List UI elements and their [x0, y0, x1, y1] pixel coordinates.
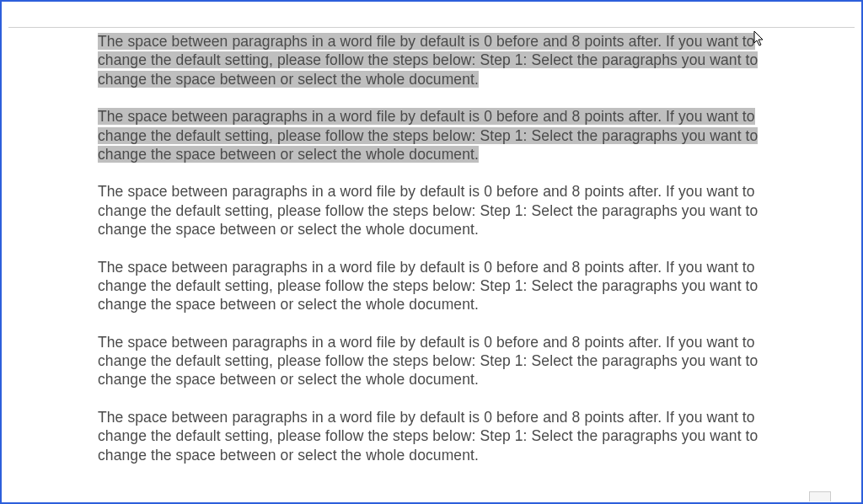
paragraph-text: The space between paragraphs in a word f… — [98, 259, 758, 314]
document-page[interactable]: The space between paragraphs in a word f… — [0, 0, 863, 504]
page-margin-line — [8, 27, 855, 28]
paragraph-4[interactable]: The space between paragraphs in a word f… — [98, 258, 765, 314]
paragraph-text: The space between paragraphs in a word f… — [98, 108, 758, 163]
cursor-icon — [753, 30, 765, 47]
paragraph-5[interactable]: The space between paragraphs in a word f… — [98, 333, 765, 389]
paragraph-6[interactable]: The space between paragraphs in a word f… — [98, 408, 765, 464]
paragraph-text: The space between paragraphs in a word f… — [98, 409, 758, 464]
document-content[interactable]: The space between paragraphs in a word f… — [2, 2, 861, 464]
paragraph-1[interactable]: The space between paragraphs in a word f… — [98, 32, 765, 88]
paragraph-text: The space between paragraphs in a word f… — [98, 183, 758, 238]
paragraph-text: The space between paragraphs in a word f… — [98, 33, 758, 88]
paragraph-text: The space between paragraphs in a word f… — [98, 334, 758, 389]
status-button[interactable] — [809, 491, 831, 501]
paragraph-3[interactable]: The space between paragraphs in a word f… — [98, 182, 765, 239]
paragraph-2[interactable]: The space between paragraphs in a word f… — [98, 107, 765, 164]
